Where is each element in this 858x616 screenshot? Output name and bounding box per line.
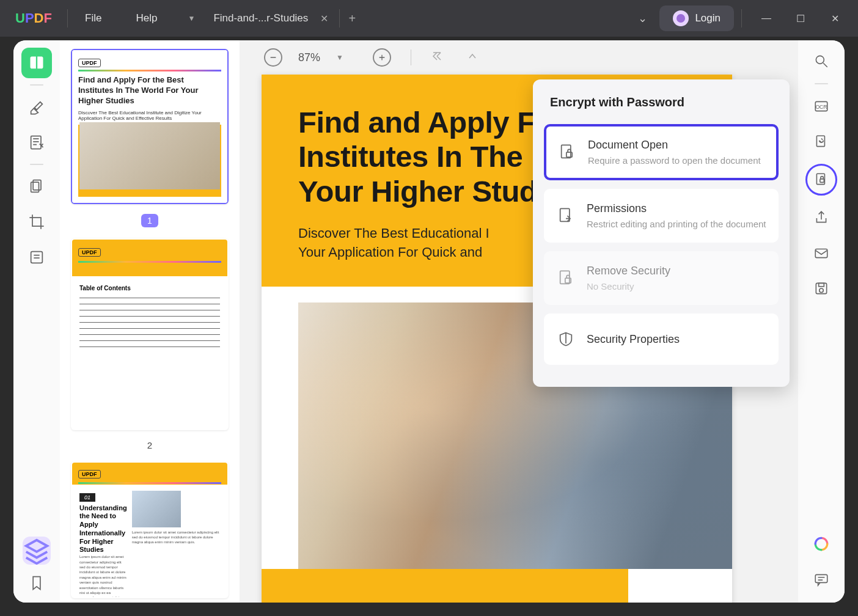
thumb-3-badge: 01	[79, 493, 95, 502]
account-dropdown-icon[interactable]: ⌄	[625, 0, 659, 37]
highlighter-icon	[28, 98, 45, 116]
thumbnail-page-2[interactable]: UPDF Table of Contents	[71, 238, 229, 430]
crop-button[interactable]	[21, 207, 52, 237]
tab-title: Find-and-...r-Studies	[213, 12, 308, 24]
comment-icon	[813, 571, 829, 587]
ai-assistant-button[interactable]	[808, 530, 835, 557]
window-minimize-icon[interactable]: —	[749, 0, 783, 37]
svg-rect-3	[31, 252, 43, 263]
permissions-icon	[556, 206, 576, 226]
svg-rect-19	[565, 278, 571, 283]
redact-icon	[28, 249, 45, 266]
menu-help[interactable]: Help	[119, 12, 174, 24]
convert-icon	[813, 134, 829, 150]
zoom-value: 87%	[298, 51, 320, 64]
zoom-controls: 87% ▼	[240, 40, 798, 75]
organize-pages-button[interactable]	[21, 171, 52, 202]
workspace: UPDF Find and Apply For the Best Institu…	[13, 40, 845, 603]
popup-item-title: Permissions	[587, 202, 766, 215]
convert-button[interactable]	[808, 128, 835, 155]
encrypt-popup: Encrypt with Password Document Open Requ…	[533, 79, 790, 387]
save-button[interactable]	[808, 275, 835, 302]
svg-text:OCR: OCR	[815, 104, 827, 110]
thumb-logo: UPDF	[78, 59, 101, 67]
popup-item-title: Security Properties	[587, 333, 766, 346]
window-close-icon[interactable]: ✕	[818, 0, 852, 37]
svg-rect-0	[31, 136, 41, 149]
redact-button[interactable]	[21, 242, 52, 273]
highlighter-button[interactable]	[21, 92, 52, 122]
bookmarks-button[interactable]	[21, 572, 52, 594]
save-icon	[813, 280, 829, 296]
edit-text-button[interactable]	[21, 127, 52, 158]
svg-rect-10	[815, 249, 827, 258]
share-icon	[813, 210, 829, 226]
svg-point-13	[820, 288, 824, 293]
close-tab-icon[interactable]: ✕	[320, 13, 328, 24]
ocr-button[interactable]: OCR	[808, 93, 835, 120]
popup-item-document-open[interactable]: Document Open Require a password to open…	[544, 124, 779, 180]
edit-text-icon	[28, 134, 45, 151]
prev-page-icon[interactable]	[466, 50, 479, 65]
login-label: Login	[695, 12, 721, 24]
zoom-dropdown-icon[interactable]: ▼	[336, 53, 343, 62]
crop-icon	[28, 213, 45, 230]
avatar-icon	[673, 10, 689, 26]
thumb-1-title: Find and Apply For the Best Institutes I…	[78, 75, 221, 106]
thumb-2-label: 2	[71, 436, 229, 461]
layers-icon	[23, 537, 51, 565]
svg-rect-12	[819, 283, 824, 286]
titlebar: UPDF File Help ▼ Find-and-...r-Studies ✕…	[0, 0, 858, 37]
pages-icon	[28, 178, 45, 195]
login-button[interactable]: Login	[659, 6, 734, 31]
search-icon	[813, 53, 829, 69]
window-maximize-icon[interactable]: ☐	[783, 0, 818, 37]
menu-file[interactable]: File	[68, 12, 119, 24]
email-button[interactable]	[808, 240, 835, 266]
thumb-3-title: Understanding the Need to Apply Internat…	[79, 504, 127, 555]
popup-item-remove-security: Remove Security No Security	[544, 251, 779, 305]
popup-item-subtitle: Require a password to open the document	[588, 155, 765, 166]
popup-item-title: Remove Security	[587, 265, 766, 277]
zoom-in-button[interactable]	[373, 48, 391, 67]
reader-mode-button[interactable]	[21, 48, 52, 78]
popup-item-title: Document Open	[588, 139, 765, 152]
popup-item-subtitle: No Security	[587, 281, 766, 292]
share-button[interactable]	[808, 204, 835, 231]
email-icon	[813, 245, 829, 261]
layers-button[interactable]	[23, 537, 51, 565]
svg-point-4	[816, 56, 824, 64]
zoom-out-button[interactable]	[264, 48, 282, 67]
popup-item-subtitle: Restrict editing and printing of the doc…	[587, 219, 766, 229]
lock-doc-icon	[557, 142, 577, 162]
comments-button[interactable]	[808, 566, 835, 593]
right-toolbar: OCR	[798, 40, 845, 603]
add-tab-icon[interactable]: +	[340, 12, 364, 26]
ai-icon	[813, 536, 829, 552]
first-page-icon[interactable]	[431, 50, 443, 65]
popup-item-security-properties[interactable]: Security Properties	[544, 314, 779, 365]
bookmark-icon	[28, 574, 45, 592]
svg-rect-1	[33, 180, 41, 190]
app-logo: UPDF	[0, 10, 67, 26]
tab-list-dropdown-icon[interactable]: ▼	[180, 6, 202, 31]
svg-rect-9	[820, 179, 824, 182]
protect-icon	[813, 172, 829, 188]
thumb-2-toc: Table of Contents	[79, 285, 220, 292]
svg-rect-14	[815, 574, 827, 582]
thumb-1-subtitle: Discover The Best Educational Institute …	[78, 110, 221, 121]
popup-item-permissions[interactable]: Permissions Restrict editing and printin…	[544, 189, 779, 243]
document-tab[interactable]: Find-and-...r-Studies ✕	[202, 0, 339, 37]
thumbnail-panel[interactable]: UPDF Find and Apply For the Best Institu…	[60, 40, 240, 603]
svg-rect-17	[560, 208, 570, 221]
shield-icon	[556, 329, 576, 349]
search-button[interactable]	[808, 48, 835, 75]
book-icon	[28, 54, 45, 72]
thumbnail-page-3[interactable]: UPDF 01 Understanding the Need to Apply …	[71, 461, 229, 598]
protect-button[interactable]	[805, 164, 837, 196]
thumbnail-page-1[interactable]: UPDF Find and Apply For the Best Institu…	[71, 49, 229, 204]
thumb-1-label: 1	[71, 210, 229, 238]
ocr-icon: OCR	[813, 98, 829, 114]
svg-rect-16	[566, 152, 572, 157]
unlock-doc-icon	[556, 268, 576, 288]
